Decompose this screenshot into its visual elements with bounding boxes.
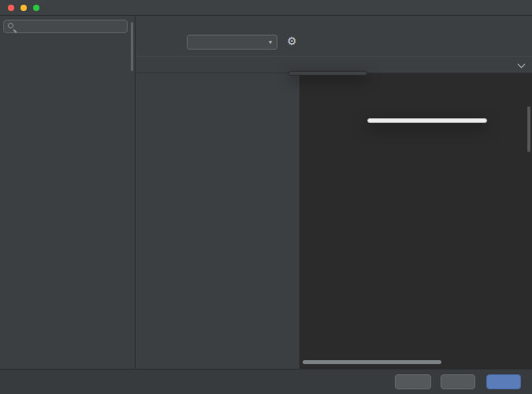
horizontal-scrollbar-thumb[interactable] [303, 360, 441, 364]
cancel-button[interactable] [395, 374, 431, 389]
vertical-scrollbar-thumb[interactable] [527, 106, 530, 152]
tab-bar [0, 58, 532, 72]
close-button[interactable] [8, 5, 14, 11]
zoom-button[interactable] [33, 5, 39, 11]
settings-tree [0, 36, 136, 369]
scheme-dropdown[interactable]: ▾ [187, 35, 277, 50]
apply-button[interactable] [441, 374, 475, 389]
ok-button[interactable] [486, 374, 521, 389]
preferences-dialog: ▾ ⚙ [0, 0, 532, 394]
title-bar[interactable] [0, 0, 532, 16]
scheme-actions-menu [288, 71, 367, 76]
dialog-button-bar [0, 369, 532, 394]
search-box[interactable] [3, 20, 128, 33]
search-input[interactable] [18, 22, 124, 32]
breadcrumb [143, 20, 158, 29]
search-icon [7, 22, 16, 31]
gear-icon[interactable]: ⚙ [287, 33, 297, 49]
dropdown-arrow-icon: ▾ [269, 39, 272, 46]
minimize-button[interactable] [20, 5, 27, 11]
javadoc-settings-panel [136, 73, 299, 369]
import-scheme-submenu [367, 118, 487, 123]
header-divider [136, 56, 532, 57]
